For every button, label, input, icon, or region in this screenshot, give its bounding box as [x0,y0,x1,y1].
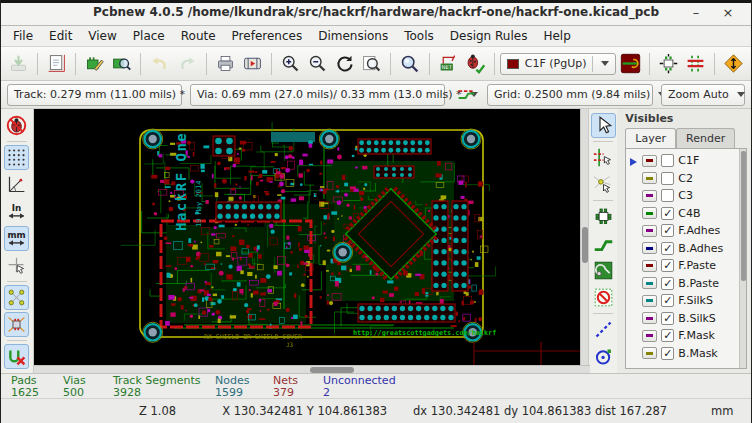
layer-visibility-checkbox[interactable] [661,172,674,185]
layer-row-C3[interactable]: C3 [628,187,746,205]
layer-visibility-checkbox[interactable]: ✓ [661,207,674,220]
module-ratsnest-button[interactable] [4,312,29,337]
layer-color-swatch[interactable] [642,225,657,237]
menu-view[interactable]: View [80,27,124,45]
layer-visibility-checkbox[interactable]: ✓ [661,312,674,325]
menu-place[interactable]: Place [125,27,173,45]
layer-list-scrollbar[interactable] [739,149,746,368]
footprint-browser-button[interactable] [109,50,134,77]
local-ratsnest-button[interactable] [591,172,616,197]
close-button[interactable]: × [717,3,739,23]
layer-color-swatch[interactable] [642,190,657,202]
scrollbar-thumb[interactable] [741,151,746,281]
route-tracks-button[interactable] [591,231,616,256]
auto-delete-track-button[interactable] [4,344,29,369]
layer-visibility-checkbox[interactable]: ✓ [661,277,674,290]
tab-render[interactable]: Render [676,128,735,148]
pcb-canvas[interactable]: HackRF One19 May 2014http://greatscottga… [34,109,582,365]
add-zones-button[interactable] [591,258,616,283]
layer-color-swatch[interactable] [642,295,657,307]
print-button[interactable] [213,50,238,77]
drc-off-button[interactable] [4,113,29,138]
canvas-horizontal-scrollbar[interactable] [34,365,590,373]
layer-row-F.Mask[interactable]: ✓F.Mask [628,327,746,345]
layer-row-B.Paste[interactable]: ✓B.Paste [628,275,746,293]
menu-help[interactable]: Help [535,27,578,45]
redo-button[interactable] [175,50,200,77]
zoom-fit-button[interactable] [359,50,384,77]
layer-visibility-checkbox[interactable] [661,154,674,167]
layer-selector[interactable]: C1F (PgUp) [500,53,617,75]
menu-route[interactable]: Route [173,27,224,45]
add-keepout-button[interactable] [591,285,616,310]
units-inches-button[interactable]: In [4,199,29,224]
layer-row-F.SilkS[interactable]: ✓F.SilkS [628,292,746,310]
layer-color-swatch[interactable] [642,155,657,167]
layer-color-swatch[interactable] [642,242,657,254]
menu-file[interactable]: File [5,27,41,45]
layer-row-F.Paste[interactable]: ✓F.Paste [628,257,746,275]
microwave-tools-button[interactable] [721,50,746,77]
page-settings-button[interactable] [44,50,69,77]
units-mm-button[interactable]: mm [4,226,29,251]
cursor-shape-button[interactable] [4,253,29,278]
track-width-select[interactable]: Track: 0.279 mm (11.00 mils) * [7,84,182,106]
add-target-button[interactable] [591,344,616,369]
layer-row-C1F[interactable]: C1F [628,152,746,170]
zoom-out-button[interactable] [305,50,330,77]
layer-visibility-checkbox[interactable]: ✓ [661,259,674,272]
save-button[interactable] [6,50,31,77]
layer-visibility-checkbox[interactable]: ✓ [661,294,674,307]
auto-track-width-button[interactable] [454,81,478,108]
layer-color-swatch[interactable] [642,207,657,219]
add-dimension-button[interactable] [591,317,616,342]
menu-design-rules[interactable]: Design Rules [442,27,536,45]
polar-coords-button[interactable] [4,172,29,197]
scrollbar-thumb[interactable] [310,367,354,373]
zoom-select[interactable]: Zoom Auto [661,84,745,106]
highlight-net-button[interactable] [591,145,616,170]
module-editor-button[interactable] [82,50,107,77]
redraw-button[interactable] [332,50,357,77]
grid-size-select[interactable]: Grid: 0.2500 mm (9.84 mils) [487,84,653,106]
ratsnest-visibility-button[interactable] [4,285,29,310]
via-size-select[interactable]: Via: 0.69 mm (27.0 mils)/ 0.33 mm (13.0 … [190,84,446,106]
layer-row-B.Adhes[interactable]: ✓B.Adhes [628,240,746,258]
zoom-in-button[interactable] [278,50,303,77]
add-footprint-button[interactable] [591,204,616,229]
layer-row-C4B[interactable]: ✓C4B [628,205,746,223]
layer-row-F.Adhes[interactable]: ✓F.Adhes [628,222,746,240]
plot-button[interactable] [240,50,265,77]
layer-pair-button[interactable] [617,50,642,77]
layer-color-swatch[interactable] [642,172,657,184]
layer-visibility-checkbox[interactable] [661,189,674,202]
menu-dimensions[interactable]: Dimensions [310,27,396,45]
menu-edit[interactable]: Edit [41,27,80,45]
select-tool-button[interactable] [591,113,616,138]
layer-row-B.SilkS[interactable]: ✓B.SilkS [628,310,746,328]
layer-row-B.Mask[interactable]: ✓B.Mask [628,345,746,363]
layer-color-swatch[interactable] [642,347,657,359]
layer-color-swatch[interactable] [642,277,657,289]
find-button[interactable] [397,50,422,77]
tab-layer[interactable]: Layer [625,128,676,148]
grid-visibility-button[interactable] [4,145,29,170]
drc-button[interactable] [463,50,488,77]
layer-color-swatch[interactable] [642,330,657,342]
layer-visibility-checkbox[interactable]: ✓ [661,224,674,237]
menu-tools[interactable]: Tools [396,27,442,45]
layer-color-swatch[interactable] [642,260,657,272]
menu-preferences[interactable]: Preferences [224,27,311,45]
netlist-button[interactable]: NET [435,50,460,77]
layer-row-C2[interactable]: C2 [628,170,746,188]
layer-color-swatch[interactable] [642,312,657,324]
layer-visibility-checkbox[interactable]: ✓ [661,242,674,255]
layer-visibility-checkbox[interactable]: ✓ [661,329,674,342]
scrollbar-thumb[interactable] [582,227,588,263]
track-mode-button[interactable] [683,50,708,77]
footprint-mode-button[interactable] [656,50,681,77]
minimize-button[interactable]: – [685,3,707,23]
undo-button[interactable] [147,50,172,77]
layer-visibility-checkbox[interactable]: ✓ [661,347,674,360]
canvas-vertical-scrollbar[interactable] [580,109,588,365]
